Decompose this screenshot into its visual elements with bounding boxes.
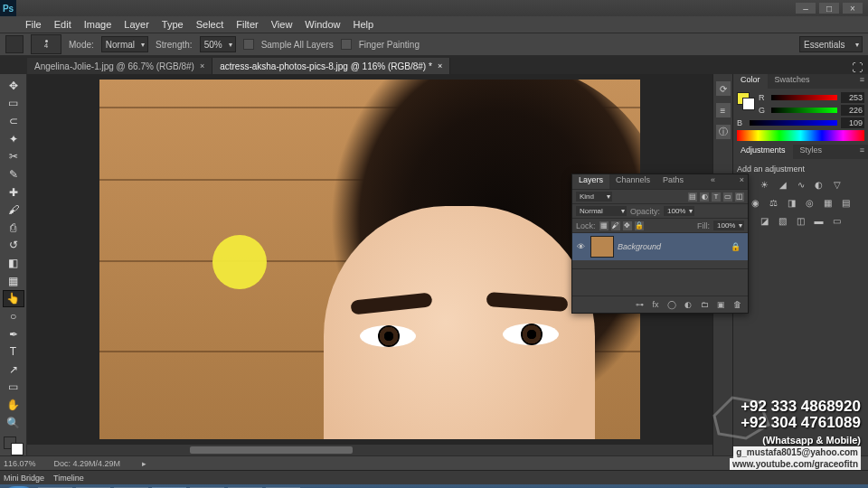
sample-all-checkbox[interactable] bbox=[243, 39, 254, 50]
filter-pixel-icon[interactable]: ▤ bbox=[688, 192, 697, 202]
lookup-icon[interactable]: ▤ bbox=[840, 196, 853, 209]
delete-icon[interactable]: 🗑 bbox=[731, 299, 742, 310]
horizontal-scrollbar[interactable] bbox=[27, 445, 712, 455]
brush-preset[interactable]: 4 bbox=[31, 34, 61, 54]
collapse-icon[interactable]: « bbox=[707, 174, 719, 189]
panel-fg-bg-swatch[interactable] bbox=[737, 92, 755, 110]
gradient-tool[interactable]: ▦ bbox=[4, 273, 24, 289]
tab-layers[interactable]: Layers bbox=[572, 174, 609, 189]
hand-tool[interactable]: ✋ bbox=[4, 397, 24, 413]
r-value[interactable]: 253 bbox=[841, 92, 864, 103]
move-tool[interactable]: ✥ bbox=[4, 78, 24, 94]
blend-mode-select[interactable]: Normal bbox=[576, 206, 627, 216]
photofilter-icon[interactable]: ◎ bbox=[804, 196, 816, 209]
filter-smart-icon[interactable]: ◫ bbox=[735, 192, 744, 202]
zoom-value[interactable]: 116.07% bbox=[4, 459, 36, 468]
marquee-tool[interactable]: ▭ bbox=[4, 96, 24, 112]
fill-value[interactable]: 100% bbox=[713, 221, 744, 230]
menu-layer[interactable]: Layer bbox=[124, 19, 149, 30]
mode-select[interactable]: Normal bbox=[101, 36, 148, 52]
tab-timeline[interactable]: Timeline bbox=[53, 474, 84, 483]
filter-shape-icon[interactable]: ▭ bbox=[723, 192, 732, 202]
mask-icon[interactable]: ◯ bbox=[666, 299, 677, 310]
fg-bg-swatch[interactable] bbox=[4, 436, 24, 456]
path-tool[interactable]: ↗ bbox=[4, 361, 24, 378]
menu-help[interactable]: Help bbox=[353, 19, 373, 30]
bw-icon[interactable]: ◨ bbox=[786, 196, 798, 209]
menu-filter[interactable]: Filter bbox=[236, 19, 258, 30]
close-icon[interactable]: × bbox=[438, 61, 442, 70]
eraser-tool[interactable]: ◧ bbox=[4, 255, 24, 271]
posterize-icon[interactable]: ▧ bbox=[777, 214, 789, 227]
close-button[interactable]: × bbox=[843, 3, 863, 14]
brightness-icon[interactable]: ☀ bbox=[759, 178, 771, 191]
r-slider[interactable] bbox=[771, 95, 837, 100]
menu-window[interactable]: Window bbox=[305, 19, 340, 30]
document-canvas[interactable] bbox=[99, 80, 640, 439]
g-value[interactable]: 226 bbox=[841, 105, 864, 116]
info-panel-icon[interactable]: ⓘ bbox=[716, 125, 731, 139]
strength-select[interactable]: 50% bbox=[200, 36, 236, 52]
tool-preset-icon[interactable] bbox=[5, 35, 24, 53]
exposure-icon[interactable]: ◐ bbox=[813, 178, 826, 191]
menu-image[interactable]: Image bbox=[84, 19, 112, 30]
selcolor-icon[interactable]: ▭ bbox=[831, 214, 844, 227]
heal-tool[interactable]: ✚ bbox=[4, 184, 24, 201]
properties-panel-icon[interactable]: ≡ bbox=[716, 103, 731, 117]
doc-tab-2[interactable]: actress-aksha-photos-pics-8.jpg @ 116% (… bbox=[212, 58, 450, 74]
history-panel-icon[interactable]: ⟳ bbox=[716, 81, 731, 96]
crop-tool[interactable]: ✂ bbox=[4, 149, 24, 165]
menu-select[interactable]: Select bbox=[196, 19, 224, 30]
pen-tool[interactable]: ✒ bbox=[4, 326, 24, 343]
panel-menu-icon[interactable]: ≡ bbox=[856, 145, 868, 159]
chanmixer-icon[interactable]: ▦ bbox=[822, 196, 835, 209]
vibrance-icon[interactable]: ▽ bbox=[831, 178, 844, 191]
visibility-icon[interactable]: 👁 bbox=[574, 242, 587, 251]
maximize-button[interactable]: □ bbox=[819, 3, 839, 14]
stamp-tool[interactable]: ⎙ bbox=[4, 220, 24, 236]
layer-item-background[interactable]: 👁 Background 🔒 bbox=[572, 233, 748, 260]
adjlayer-icon[interactable]: ◐ bbox=[683, 299, 693, 310]
curves-icon[interactable]: ∿ bbox=[795, 178, 807, 191]
menu-edit[interactable]: Edit bbox=[54, 19, 71, 30]
lasso-tool[interactable]: ⊂ bbox=[4, 113, 24, 129]
minimize-button[interactable]: – bbox=[796, 3, 816, 14]
gradmap-icon[interactable]: ▬ bbox=[813, 214, 826, 227]
menu-view[interactable]: View bbox=[271, 19, 293, 30]
shape-tool[interactable]: ▭ bbox=[4, 380, 24, 396]
brush-tool[interactable]: 🖌 bbox=[4, 202, 24, 218]
menu-file[interactable]: File bbox=[25, 19, 42, 30]
levels-icon[interactable]: ◢ bbox=[777, 178, 789, 191]
lock-all-icon[interactable]: 🔒 bbox=[635, 221, 644, 230]
eyedropper-tool[interactable]: ✎ bbox=[4, 166, 24, 183]
tab-color[interactable]: Color bbox=[733, 74, 768, 89]
threshold-icon[interactable]: ◫ bbox=[795, 214, 807, 227]
layer-thumb[interactable] bbox=[590, 236, 614, 258]
tab-channels[interactable]: Channels bbox=[609, 174, 656, 189]
background-color[interactable] bbox=[11, 443, 24, 455]
tab-adjustments[interactable]: Adjustments bbox=[733, 145, 793, 159]
lock-pos-icon[interactable]: ✥ bbox=[623, 221, 632, 230]
lock-pixels-icon[interactable]: 🖌 bbox=[611, 221, 620, 230]
doc-tab-1[interactable]: Angelina-Jolie-1.jpg @ 66.7% (RGB/8#) × bbox=[27, 58, 212, 74]
hue-icon[interactable]: ◉ bbox=[750, 196, 762, 209]
tab-styles[interactable]: Styles bbox=[793, 145, 830, 159]
type-tool[interactable]: T bbox=[4, 343, 24, 360]
b-slider[interactable] bbox=[750, 120, 837, 126]
finger-paint-checkbox[interactable] bbox=[341, 39, 352, 50]
group-icon[interactable]: 🗀 bbox=[699, 299, 710, 310]
layers-panel[interactable]: Layers Channels Paths « × Kind ▤ ◐ T ▭ ◫… bbox=[571, 174, 749, 314]
close-icon[interactable]: × bbox=[200, 61, 204, 70]
dodge-tool[interactable]: ○ bbox=[4, 308, 24, 324]
opacity-value[interactable]: 100% bbox=[664, 206, 694, 216]
wand-tool[interactable]: ✦ bbox=[4, 131, 24, 147]
filter-type-icon[interactable]: T bbox=[712, 192, 721, 202]
tab-swatches[interactable]: Swatches bbox=[768, 74, 817, 89]
menu-type[interactable]: Type bbox=[162, 19, 184, 30]
close-icon[interactable]: × bbox=[736, 174, 748, 189]
layer-name[interactable]: Background bbox=[618, 242, 661, 251]
panel-menu-icon[interactable]: ≡ bbox=[856, 74, 868, 89]
tab-minibridge[interactable]: Mini Bridge bbox=[4, 474, 44, 483]
g-slider[interactable] bbox=[771, 108, 837, 113]
zoom-tool[interactable]: 🔍 bbox=[4, 415, 24, 431]
